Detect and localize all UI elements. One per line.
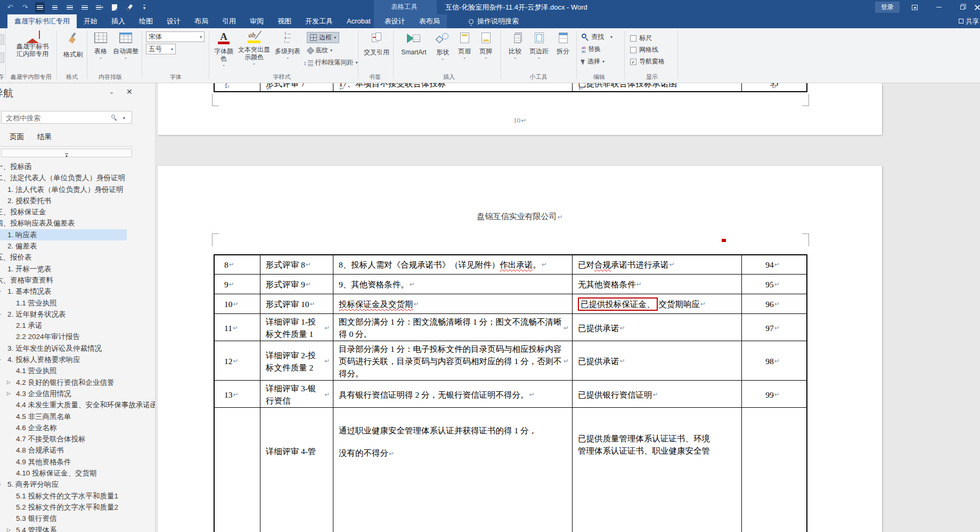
nav-heading-item[interactable]: ▷5. 商务评分响应 — [0, 479, 156, 490]
justify-icon[interactable] — [80, 2, 89, 13]
search-options-arrow-icon[interactable]: ▾ — [123, 116, 125, 120]
align-center-icon[interactable] — [50, 2, 60, 13]
tab-引用[interactable]: 引用 — [215, 14, 243, 28]
nav-heading-item[interactable]: 2. 授权委托书 — [0, 195, 156, 206]
qat-customize-icon[interactable]: ▾ — [140, 2, 149, 13]
smartart-button[interactable]: SmartArt — [397, 33, 430, 56]
borders-button[interactable]: 边框 ▾ — [307, 32, 339, 43]
nav-heading-item[interactable]: 5.3 银行资信 — [0, 513, 156, 524]
page-current[interactable]: 盘锦互信实业有限公司↵ 8↵形式评审 8↵8、投标人需对《合规承诺书》（详见附件… — [158, 166, 882, 532]
nav-heading-item[interactable]: 五、报价表 — [0, 252, 156, 263]
tab-设计[interactable]: 设计 — [160, 14, 187, 28]
page-previous[interactable]: 7↵ 形式评审 7↵ 17、本项目不接受联合体投标↵ 已提供非联合体投标承诺函↵… — [158, 83, 882, 135]
expand-arrow-icon[interactable]: ▷ — [0, 354, 1, 365]
checkbox-网格线[interactable]: 网格线 — [630, 45, 658, 54]
select-button[interactable]: 选择 ▾ — [582, 57, 605, 66]
nav-heading-item[interactable]: 1. 法人代表（单位负责人）身份证明 — [0, 184, 156, 195]
nav-heading-item[interactable]: 1.1 营业执照 — [0, 297, 156, 309]
nav-tab-pages[interactable]: 页面 — [10, 132, 24, 142]
tab-Acrobat[interactable]: Acrobat — [340, 14, 378, 28]
nav-heading-item[interactable]: 4.5 非三商黑名单 — [0, 411, 156, 422]
expand-arrow-icon[interactable]: ▷ — [0, 309, 1, 320]
tab-视图[interactable]: 视图 — [271, 14, 298, 28]
autofit-button[interactable]: 自动调整 ⌄ — [112, 33, 140, 60]
margins-button[interactable]: 页边距 ⌄ — [527, 33, 551, 60]
format-painter-button[interactable]: 格式刷 — [60, 33, 86, 58]
nav-close-icon[interactable]: ✕ — [126, 87, 133, 96]
nav-heading-item[interactable]: ▷4.2 良好的银行资信和企业信誉 — [0, 377, 156, 388]
nav-heading-item[interactable]: 4.7 不接受联合体投标 — [0, 433, 156, 445]
nav-heading-item[interactable]: 4.6 企业名称 — [0, 422, 156, 433]
save-as-icon[interactable] — [110, 2, 119, 13]
redo-icon[interactable]: ↷ — [20, 2, 30, 13]
compare-button[interactable]: 比较 ⌄ — [505, 33, 525, 60]
cross-reference-button[interactable]: 交叉引用 — [362, 33, 391, 56]
tell-me-search[interactable]: 操作说明搜索 — [469, 14, 519, 28]
tab-表设计[interactable]: 表设计 — [378, 14, 412, 28]
nav-heading-item[interactable]: 1. 响应表 — [0, 229, 127, 240]
nav-heading-item[interactable]: 3. 近年发生的诉讼及仲裁情况 — [0, 343, 156, 354]
nav-collapse-bar[interactable]: ▲ — [1, 149, 132, 157]
nav-heading-item[interactable]: ▷5.4 管理体系 — [0, 525, 156, 532]
table-button[interactable]: 表格 ⌄ — [91, 33, 111, 60]
ribbon-display-options-icon[interactable] — [907, 0, 922, 14]
tab-开发工具[interactable]: 开发工具 — [298, 14, 340, 28]
nav-heading-item[interactable]: 5.2 投标文件的文字水平和质量2 — [0, 502, 156, 513]
chevron-down-icon[interactable]: ⌄ — [109, 88, 114, 95]
nav-heading-item[interactable]: 二、法定代表人（单位负责人）身份证明 — [0, 172, 156, 183]
tab-插入[interactable]: 插入 — [104, 14, 132, 28]
shapes-button[interactable]: 形状 ⌄ — [432, 33, 453, 61]
checkbox-标尺[interactable]: 标尺 — [630, 34, 652, 43]
highlighter-icon[interactable] — [125, 2, 134, 13]
checkbox-导航窗格[interactable]: ✓导航窗格 — [630, 57, 665, 66]
nav-heading-item[interactable]: 三、投标保证金 — [0, 206, 156, 217]
text-highlight-button[interactable]: ab╱ 文本突出显示颜色 ⌄ — [238, 31, 271, 66]
font-name-combo[interactable]: 宋体▾ — [146, 31, 205, 42]
nav-heading-item[interactable]: 4.4 未发生重大质量、安全和环保事故承诺函 — [0, 399, 156, 410]
nav-heading-item[interactable]: 4.1 营业执照 — [0, 365, 156, 376]
nav-heading-item[interactable]: 一、投标函 — [0, 161, 156, 172]
multilevel-list-button[interactable]: 1 — a — i — 多级列表 ⌄ — [273, 31, 303, 60]
shading-button[interactable]: 底纹 ▾ — [308, 46, 332, 55]
nav-heading-item[interactable]: 5.1 投标文件的文字水平和质量1 — [0, 490, 156, 502]
nav-heading-item[interactable]: 4.10 投标保证金、交货期 — [0, 467, 156, 479]
sign-in-button[interactable]: 登录 — [875, 2, 900, 13]
find-button[interactable]: 查找 ▾ — [582, 33, 612, 42]
tab-审阅[interactable]: 审阅 — [243, 14, 271, 28]
nav-heading-item[interactable]: 2.1 承诺 — [0, 320, 156, 331]
replace-button[interactable]: ab ac 替换 — [582, 45, 601, 54]
nav-heading-item[interactable]: 2.2 2024年审计报告 — [0, 331, 156, 342]
share-button[interactable]: 共享 — [959, 14, 980, 28]
align-left-icon[interactable] — [35, 2, 45, 13]
nav-heading-item[interactable]: ▷4. 投标人资格要求响应 — [0, 354, 156, 365]
restore-icon[interactable] — [954, 0, 970, 14]
font-size-combo[interactable]: 五号▾ — [146, 44, 176, 54]
tab-表布局[interactable]: 表布局 — [412, 14, 447, 28]
magnifier-icon[interactable] — [111, 115, 118, 121]
nav-heading-item[interactable]: 1. 开标一览表 — [0, 263, 156, 275]
nav-heading-item[interactable]: ▷4.3 企业信用情况 — [0, 388, 156, 399]
nav-search-input[interactable]: 文档中搜索 ▾ — [1, 111, 132, 124]
nav-heading-item[interactable]: 4.9 其他资格条件 — [0, 456, 156, 467]
header-button[interactable]: 页眉 ⌄ — [455, 33, 474, 60]
expand-arrow-icon[interactable]: ▷ — [7, 377, 11, 388]
tab-布局[interactable]: 布局 — [187, 14, 215, 28]
align-right-icon[interactable] — [65, 2, 75, 13]
xinshengyu-internal-button[interactable]: 鑫晟宇标书 汇内部专用 — [10, 31, 55, 58]
expand-arrow-icon[interactable]: ▷ — [0, 286, 1, 297]
tab-开始[interactable]: 开始 — [77, 14, 104, 28]
expand-arrow-icon[interactable]: ▷ — [7, 388, 11, 399]
nav-heading-item[interactable]: ▷1. 基本情况表 — [0, 286, 156, 297]
minimize-icon[interactable] — [931, 0, 947, 14]
nav-tab-results[interactable]: 结果 — [37, 132, 52, 142]
nav-heading-item[interactable]: 四、投标响应表及偏差表 — [0, 217, 156, 229]
nav-heading-item[interactable]: ▷2. 近年财务状况表 — [0, 309, 156, 320]
nav-heading-item[interactable]: 六、资格审查资料 — [0, 275, 156, 286]
expand-arrow-icon[interactable]: ▷ — [7, 525, 11, 532]
split-button[interactable]: 拆分 — [553, 33, 573, 55]
nav-heading-item[interactable]: 4.8 合规承诺书 — [0, 445, 156, 456]
font-color-button[interactable]: A 字体颜色 ⌄ — [212, 31, 235, 67]
line-spacing-button[interactable]: ↕ 行和段落间距 ▾ — [304, 58, 358, 67]
tab-custom[interactable]: 鑫晟宇标书汇专用 — [7, 14, 77, 28]
nav-heading-item[interactable]: 2. 偏差表 — [0, 240, 156, 252]
